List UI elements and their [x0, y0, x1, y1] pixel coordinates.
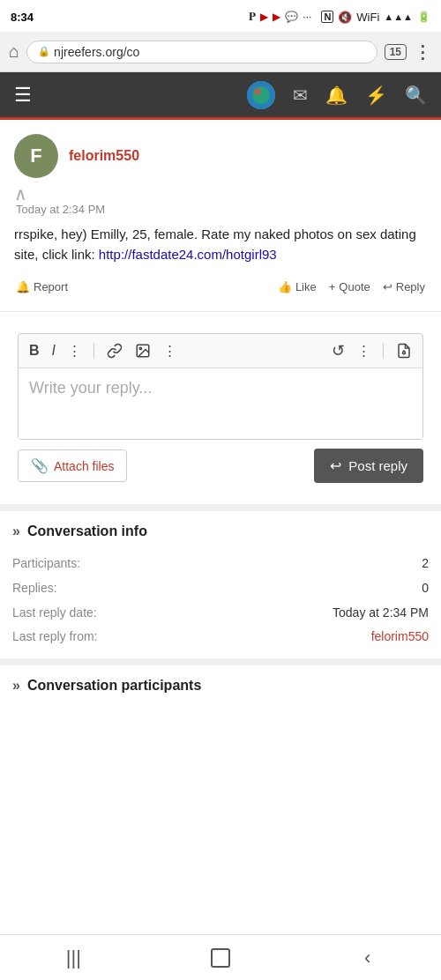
battery-icon: 🔋: [417, 11, 430, 23]
reply-editor-container: B I ⋮ ⋮: [0, 312, 441, 504]
last-reply-date-value: Today at 2:34 PM: [333, 603, 429, 624]
youtube-icon: ▶: [260, 11, 268, 23]
message-actions: 🔔 Report 👍 Like + Quote ↩ Reply: [14, 277, 427, 297]
user-avatar[interactable]: [247, 81, 275, 109]
url-text: njreefers.org/co: [54, 45, 139, 59]
replies-row: Replies: 0: [12, 576, 429, 601]
tab-count[interactable]: 15: [385, 44, 407, 60]
mail-icon[interactable]: ✉: [293, 85, 308, 106]
hamburger-icon[interactable]: ☰: [14, 84, 32, 107]
reply-editor: B I ⋮ ⋮: [18, 333, 423, 440]
undo-button[interactable]: ↺: [328, 339, 348, 362]
replies-value: 0: [422, 578, 429, 599]
replies-label: Replies:: [12, 578, 57, 599]
options-more-button[interactable]: ⋮: [354, 341, 374, 360]
bottom-spacer: [0, 706, 441, 752]
image-button[interactable]: [131, 341, 154, 360]
last-reply-date-row: Last reply date: Today at 2:34 PM: [12, 601, 429, 626]
conversation-participants-title: » Conversation participants: [12, 678, 429, 694]
message-icon: 💬: [285, 11, 298, 23]
svg-point-5: [403, 352, 406, 354]
avatar-letter: F: [30, 145, 41, 167]
reply-arrow-icon: ↩: [330, 457, 341, 474]
participants-value: 2: [422, 553, 429, 575]
browser-menu-icon[interactable]: ⋮: [414, 41, 432, 63]
message-link[interactable]: http://fastdate24.com/hotgirl93: [99, 247, 277, 262]
conversation-info-title: » Conversation info: [12, 523, 429, 539]
plus-icon: +: [329, 280, 336, 293]
svg-point-1: [252, 86, 270, 104]
link-button[interactable]: [103, 341, 126, 360]
nav-icons: ✉ 🔔 ⚡ 🔍: [247, 81, 427, 109]
action-left: 🔔 Report: [14, 277, 70, 297]
browser-home-icon[interactable]: ⌂: [9, 41, 19, 62]
bell-icon[interactable]: 🔔: [325, 85, 348, 106]
quote-button[interactable]: + Quote: [327, 277, 372, 297]
overflow-icon: ···: [303, 11, 311, 23]
nav-home-button[interactable]: [194, 940, 247, 976]
last-reply-from-value[interactable]: felorim550: [371, 627, 429, 648]
nfc-icon: N: [321, 11, 333, 23]
signal-icon: ▲▲▲: [384, 11, 413, 22]
search-icon[interactable]: 🔍: [405, 85, 427, 106]
youtube-alt-icon: ▶: [273, 11, 280, 23]
nav-menu-button[interactable]: |||: [47, 940, 100, 976]
bold-button[interactable]: B: [26, 341, 43, 360]
italic-button[interactable]: I: [49, 341, 59, 360]
participants-row: Participants: 2: [12, 552, 429, 576]
pinterest-icon: 𝐏: [249, 10, 256, 24]
last-reply-date-label: Last reply date:: [12, 603, 97, 624]
mute-icon: 🔇: [338, 11, 352, 24]
text-more-button[interactable]: ⋮: [64, 341, 85, 360]
paperclip-icon: 📎: [31, 457, 49, 474]
username[interactable]: felorim550: [69, 148, 139, 164]
conversation-info-section: » Conversation info Participants: 2 Repl…: [0, 504, 441, 658]
toolbar-separator-2: [383, 343, 384, 359]
source-button[interactable]: [392, 341, 415, 360]
bottom-nav: ||| ‹: [0, 934, 441, 980]
nav-bar: ☰ ✉ 🔔 ⚡ 🔍: [0, 72, 441, 120]
nav-back-button[interactable]: ‹: [341, 940, 394, 976]
status-time: 8:34: [11, 11, 34, 24]
editor-toolbar: B I ⋮ ⋮: [19, 334, 422, 368]
message-body: rrspike, hey) Emilly, 25, female. Rate m…: [14, 225, 427, 264]
toolbar-separator-1: [93, 343, 94, 359]
editor-body[interactable]: Write your reply...: [19, 368, 422, 439]
attach-files-button[interactable]: 📎 Attach files: [18, 449, 127, 482]
reply-icon: ↩: [383, 280, 392, 293]
message-header: F felorim550: [14, 134, 427, 178]
editor-actions: 📎 Attach files ↩ Post reply: [9, 440, 432, 495]
editor-placeholder: Write your reply...: [29, 379, 152, 397]
lock-icon: 🔒: [38, 46, 50, 57]
format-more-button[interactable]: ⋮: [160, 341, 180, 360]
svg-point-4: [139, 347, 141, 349]
main-content: F felorim550 ∧ Today at 2:34 PM rrspike,…: [0, 120, 441, 752]
chevron-right-icon: »: [12, 523, 20, 539]
action-right: 👍 Like + Quote ↩ Reply: [276, 277, 427, 297]
nav-home-icon: [211, 948, 230, 968]
nav-back-icon: ‹: [364, 947, 370, 969]
reply-button[interactable]: ↩ Reply: [381, 277, 427, 297]
caret-up-icon: ∧: [14, 185, 427, 203]
browser-url-box[interactable]: 🔒 njreefers.org/co: [26, 41, 377, 63]
conversation-info-table: Participants: 2 Replies: 0 Last reply da…: [12, 552, 429, 650]
bell-small-icon: 🔔: [16, 280, 30, 293]
wifi-icon: WiFi: [356, 11, 379, 24]
last-reply-from-row: Last reply from: felorim550: [12, 625, 429, 650]
status-bar: 8:34 𝐏 ▶ ▶ 💬 ··· N 🔇 WiFi ▲▲▲ 🔋: [0, 0, 441, 32]
status-icons: 𝐏 ▶ ▶ 💬 ··· N 🔇 WiFi ▲▲▲ 🔋: [249, 10, 430, 24]
thumbs-up-icon: 👍: [278, 280, 292, 293]
last-reply-from-label: Last reply from:: [12, 627, 97, 648]
chevron-right-2-icon: »: [12, 678, 20, 694]
conversation-participants-section: » Conversation participants: [0, 658, 441, 706]
message-timestamp: Today at 2:34 PM: [14, 203, 427, 216]
report-button[interactable]: 🔔 Report: [14, 277, 70, 297]
lightning-icon[interactable]: ⚡: [365, 85, 387, 106]
svg-point-2: [254, 88, 261, 95]
like-button[interactable]: 👍 Like: [276, 277, 318, 297]
participants-label: Participants:: [12, 553, 80, 575]
post-reply-button[interactable]: ↩ Post reply: [314, 449, 423, 483]
nav-menu-icon: |||: [66, 947, 81, 969]
message-section: F felorim550 ∧ Today at 2:34 PM rrspike,…: [0, 120, 441, 312]
avatar: F: [14, 134, 58, 178]
